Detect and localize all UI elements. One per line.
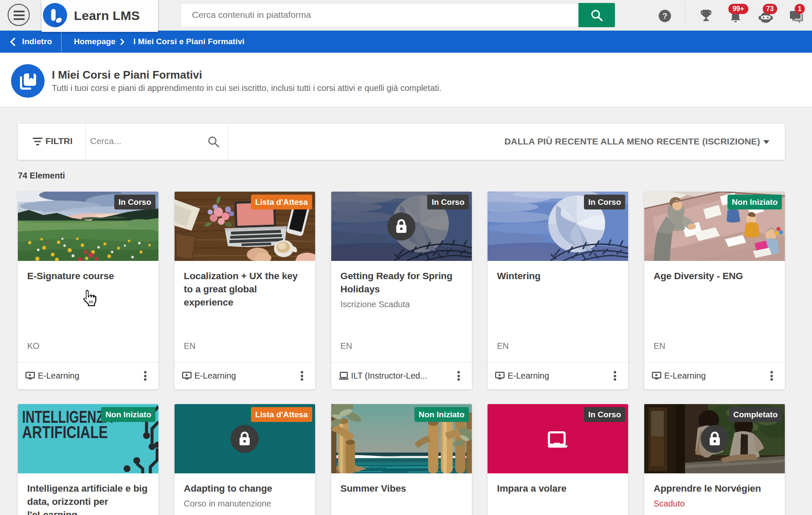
svg-text:ARTIFICIALE: ARTIFICIALE [22,422,108,442]
svg-text:?: ? [663,11,668,20]
